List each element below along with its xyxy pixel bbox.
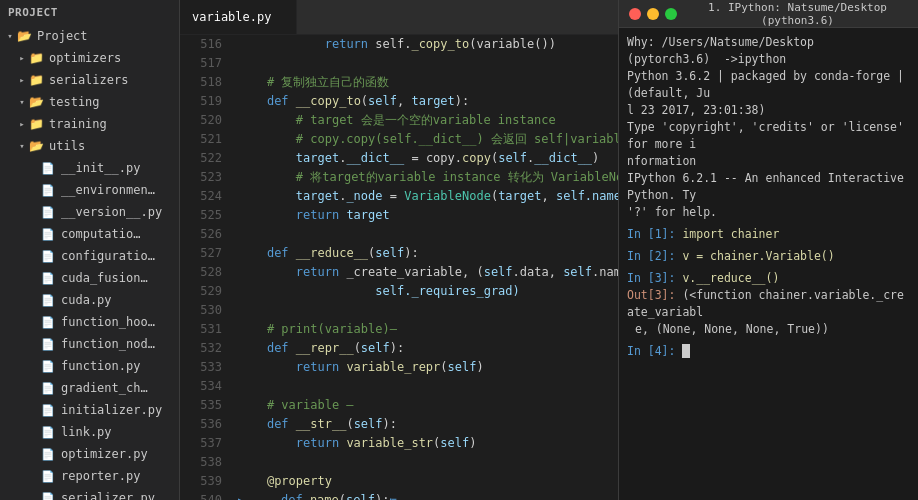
folder-icon: 📁: [28, 50, 44, 66]
terminal-content[interactable]: Why: /Users/Natsume/Desktop(pytorch3.6) …: [619, 28, 918, 500]
token: [238, 282, 375, 301]
token: ):: [375, 491, 389, 500]
token: __dict__: [346, 149, 404, 168]
terminal-line: Python 3.6.2 | packaged by conda-forge |…: [627, 68, 910, 102]
terminal-out-continuation: e, (None, None, None, True)): [627, 321, 910, 338]
token: [339, 434, 346, 453]
token: [238, 244, 267, 263]
token: __str__: [296, 415, 347, 434]
sidebar-item-environment[interactable]: 📄__environmen…: [0, 179, 179, 201]
line-num: 524: [184, 187, 222, 206]
sidebar-item-link-py[interactable]: 📄link.py: [0, 421, 179, 443]
token: [339, 358, 346, 377]
code-line: return variable_repr(self): [238, 358, 618, 377]
line-num: 540: [184, 491, 222, 500]
file-icon: 📄: [40, 314, 56, 330]
sidebar-item-computation[interactable]: 📄computatio…: [0, 223, 179, 245]
sidebar-item-training[interactable]: ▸📁training: [0, 113, 179, 135]
token: def: [267, 415, 289, 434]
sidebar-item-optimizers[interactable]: ▸📁optimizers: [0, 47, 179, 69]
terminal-command: import chainer: [682, 227, 779, 241]
sidebar-item-utils[interactable]: ▾📂utils: [0, 135, 179, 157]
code-content[interactable]: return self._copy_to(variable()) # 复制独立自…: [230, 35, 618, 500]
sidebar-item-init-py[interactable]: 📄__init__.py: [0, 157, 179, 179]
token: [238, 339, 267, 358]
token: (variable()): [469, 35, 556, 54]
traffic-light-red[interactable]: [629, 8, 641, 20]
sidebar-item-function-hoo[interactable]: 📄function_hoo…: [0, 311, 179, 333]
sidebar-item-gradient-ch[interactable]: 📄gradient_ch…: [0, 377, 179, 399]
file-icon: 📄: [40, 270, 56, 286]
sidebar-item-configuration[interactable]: 📄configuratio…: [0, 245, 179, 267]
sidebar-item-cuda-py[interactable]: 📄cuda.py: [0, 289, 179, 311]
line-num: 523: [184, 168, 222, 187]
tab-variable-py[interactable]: variable.py ×: [180, 0, 297, 34]
file-icon: 📄: [40, 380, 56, 396]
sidebar-item-label: __environmen…: [61, 183, 155, 197]
token: self|variable: [534, 130, 618, 149]
code-line: return target: [238, 206, 618, 225]
token: [289, 244, 296, 263]
chevron-icon: ▾: [16, 141, 28, 151]
line-num: 525: [184, 206, 222, 225]
token: # 将target的: [238, 168, 378, 187]
token: =: [383, 187, 405, 206]
folder-icon: 📁: [28, 72, 44, 88]
token: [238, 472, 267, 491]
token: [238, 415, 267, 434]
token: self: [563, 263, 592, 282]
sidebar-item-function-py[interactable]: 📄function.py: [0, 355, 179, 377]
file-icon: 📄: [40, 490, 56, 500]
sidebar-item-label: cuda.py: [61, 293, 112, 307]
sidebar-item-testing[interactable]: ▾📂testing: [0, 91, 179, 113]
token: copy: [426, 149, 455, 168]
line-num: 535: [184, 396, 222, 415]
sidebar-item-initializer-py[interactable]: 📄initializer.py: [0, 399, 179, 421]
sidebar-item-label: gradient_ch…: [61, 381, 148, 395]
token: __repr__: [296, 339, 354, 358]
token: .: [455, 149, 462, 168]
terminal-line: Out[3]: (<function chainer.variable._cre…: [627, 287, 910, 321]
token: [238, 206, 296, 225]
token: # variable –: [238, 396, 354, 415]
code-line: target.__dict__ = copy.copy(self.__dict_…: [238, 149, 618, 168]
code-line: # 复制独立自己的函数: [238, 73, 618, 92]
sidebar-item-reporter-py[interactable]: 📄reporter.py: [0, 465, 179, 487]
token: # target 会是一个空的: [238, 111, 433, 130]
token: [238, 263, 296, 282]
code-line: [238, 301, 618, 320]
sidebar-item-optimizer-py[interactable]: 📄optimizer.py: [0, 443, 179, 465]
chevron-icon: ▸: [16, 53, 28, 63]
token: return: [325, 35, 368, 54]
token: self: [375, 282, 404, 301]
sidebar-item-project-root[interactable]: ▾📂Project: [0, 25, 179, 47]
folder-icon: 📂: [16, 28, 32, 44]
sidebar-item-cuda-fusion[interactable]: 📄cuda_fusion…: [0, 267, 179, 289]
code-line: return self._copy_to(variable()): [238, 35, 618, 54]
terminal-prompt-in: In [1]:: [627, 227, 682, 241]
sidebar-item-function-nod[interactable]: 📄function_nod…: [0, 333, 179, 355]
tab-label: variable.py: [192, 10, 271, 24]
sidebar-item-label: computatio…: [61, 227, 140, 241]
token: ):: [455, 92, 469, 111]
traffic-light-yellow[interactable]: [647, 8, 659, 20]
traffic-light-green[interactable]: [665, 8, 677, 20]
token: (: [491, 187, 498, 206]
token: copy: [462, 149, 491, 168]
terminal-command: v.__reduce__(): [682, 271, 779, 285]
token: (: [368, 244, 375, 263]
token: @property: [267, 472, 332, 491]
line-num: 519: [184, 92, 222, 111]
sidebar-item-version-py[interactable]: 📄__version__.py: [0, 201, 179, 223]
token: .name,: [592, 263, 618, 282]
sidebar-item-serializers[interactable]: ▸📁serializers: [0, 69, 179, 91]
sidebar-item-serializer-py[interactable]: 📄serializer.py: [0, 487, 179, 500]
sidebar-item-label: function_nod…: [61, 337, 155, 351]
terminal-cursor: [682, 344, 690, 358]
line-numbers: 5165175185195205215225235245255265275285…: [180, 35, 230, 500]
file-icon: 📄: [40, 292, 56, 308]
terminal-line: l 23 2017, 23:01:38): [627, 102, 910, 119]
sidebar-item-label: function_hoo…: [61, 315, 155, 329]
code-line: def __str__(self):: [238, 415, 618, 434]
code-line: # variable –: [238, 396, 618, 415]
